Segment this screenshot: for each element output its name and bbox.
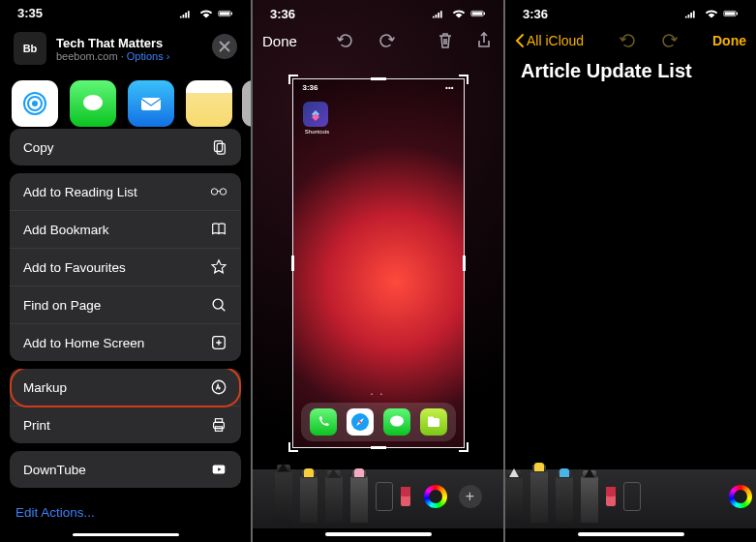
share-sheet-screen: 3:35 Bb Tech That Matters beebom.com · O… (0, 0, 251, 542)
home-indicator[interactable] (578, 532, 684, 536)
book-icon (210, 221, 227, 238)
status-indicators (684, 8, 739, 19)
messages-icon (79, 90, 106, 117)
messages-icon (383, 408, 410, 436)
star-icon (210, 258, 227, 276)
back-button[interactable]: All iCloud (515, 33, 584, 48)
edit-actions-link[interactable]: Edit Actions... (0, 496, 251, 529)
tool-pen[interactable] (505, 476, 523, 523)
svg-rect-2 (231, 12, 232, 15)
markup-toolbar: Done (253, 23, 503, 58)
tool-eraser[interactable] (350, 476, 368, 523)
app-notes[interactable]: Notes (182, 80, 236, 119)
search-icon (210, 296, 227, 314)
status-bar: 3:36 (253, 0, 503, 23)
action-home-screen[interactable]: Add to Home Screen (10, 324, 241, 361)
svg-rect-20 (472, 12, 483, 15)
app-airdrop[interactable]: AirDrop (8, 80, 62, 119)
app-mail[interactable]: Mail (124, 80, 178, 119)
svg-rect-9 (217, 144, 225, 155)
video-icon (210, 461, 227, 478)
color-picker[interactable] (424, 485, 447, 508)
share-header: Bb Tech That Matters beebom.com · Option… (0, 22, 251, 76)
status-time: 3:36 (523, 7, 548, 21)
done-button[interactable]: Done (262, 33, 297, 49)
notes-tool-tray (505, 468, 756, 528)
note-body[interactable] (505, 84, 756, 468)
mail-icon (137, 90, 165, 117)
notes-screen: 3:36 All iCloud Done Article Update List (505, 0, 756, 542)
shortcuts-app-icon: Shortcuts (303, 102, 332, 135)
tool-ruler[interactable] (401, 487, 410, 506)
page-subtitle: beebom.com · Options › (56, 50, 169, 62)
copy-icon (210, 138, 227, 156)
markup-icon (210, 378, 227, 396)
status-indicators (432, 8, 486, 19)
page-title: Tech That Matters (56, 36, 169, 50)
svg-rect-25 (428, 417, 434, 420)
tool-marker[interactable] (530, 470, 548, 523)
notes-toolbar: All iCloud Done (505, 23, 756, 58)
close-icon (216, 38, 233, 55)
svg-rect-7 (141, 98, 161, 110)
tool-lasso[interactable] (623, 482, 641, 511)
markup-canvas[interactable]: 3:36 ••• Shortcuts • • (253, 58, 503, 468)
add-button[interactable]: + (459, 485, 482, 508)
redo-icon[interactable] (378, 31, 397, 50)
action-favourites[interactable]: Add to Favourites (10, 249, 241, 286)
files-icon (420, 408, 447, 436)
redo-icon[interactable] (660, 31, 680, 50)
svg-rect-16 (215, 419, 222, 423)
tool-marker[interactable] (300, 476, 318, 523)
action-print[interactable]: Print (10, 406, 241, 443)
status-time: 3:35 (17, 6, 43, 20)
action-downtube[interactable]: DownTube (10, 451, 241, 488)
svg-rect-21 (484, 13, 485, 15)
safari-icon (347, 408, 374, 436)
markup-tool-tray: + (253, 468, 503, 528)
page-thumbnail: Bb (14, 32, 46, 65)
status-time: 3:36 (270, 7, 295, 21)
svg-rect-8 (215, 141, 223, 152)
share-actions: Copy Add to Reading List Add Bookmark Ad… (0, 129, 251, 496)
svg-rect-1 (220, 12, 230, 15)
app-more[interactable]: Re (240, 80, 251, 119)
chevron-left-icon (515, 33, 525, 48)
share-options-link[interactable]: Options › (127, 50, 170, 62)
svg-point-6 (83, 95, 103, 110)
note-title[interactable]: Article Update List (505, 58, 756, 84)
dock (301, 403, 456, 441)
app-messages[interactable]: Messages (66, 80, 120, 119)
screenshot-content: 3:36 ••• Shortcuts • • (293, 79, 464, 447)
action-bookmark[interactable]: Add Bookmark (10, 211, 241, 249)
print-icon (210, 416, 227, 434)
share-apps-row[interactable]: AirDrop Messages Mail Notes Re (0, 76, 251, 129)
action-copy[interactable]: Copy (10, 129, 241, 166)
tool-pencil[interactable] (581, 476, 598, 523)
action-markup[interactable]: Markup (10, 369, 241, 406)
undo-icon[interactable] (335, 31, 354, 50)
done-button[interactable]: Done (712, 33, 746, 48)
home-indicator[interactable] (325, 532, 432, 536)
home-indicator[interactable] (73, 533, 179, 536)
action-reading-list[interactable]: Add to Reading List (10, 173, 241, 211)
share-icon[interactable] (474, 31, 494, 50)
svg-rect-27 (725, 12, 736, 15)
glasses-icon (210, 183, 227, 200)
tool-ruler[interactable] (606, 487, 616, 506)
action-find[interactable]: Find on Page (10, 286, 241, 324)
color-picker[interactable] (729, 485, 752, 508)
svg-point-12 (213, 300, 223, 310)
markup-editor-screen: 3:36 Done 3:36 ••• (253, 0, 503, 542)
crop-frame[interactable]: 3:36 ••• Shortcuts • • (292, 78, 465, 448)
tool-highlighter[interactable] (556, 476, 573, 523)
svg-point-23 (390, 416, 404, 427)
svg-rect-28 (737, 13, 738, 15)
close-button[interactable] (212, 34, 237, 59)
status-bar: 3:36 (505, 0, 756, 23)
undo-icon[interactable] (618, 31, 637, 50)
trash-icon[interactable] (436, 31, 455, 50)
tool-pencil[interactable] (325, 476, 343, 523)
tool-lasso[interactable] (376, 482, 393, 511)
tool-pen[interactable] (275, 470, 292, 523)
